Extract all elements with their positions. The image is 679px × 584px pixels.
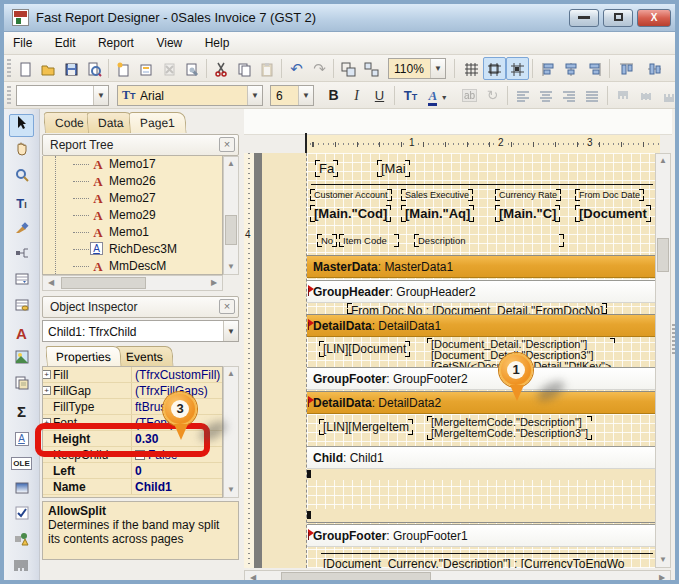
band-header-masterdata1[interactable]: MasterData: MasterData1 (307, 255, 655, 278)
justify-block-button[interactable] (581, 84, 604, 107)
memo-object[interactable]: [MergeItemCode."Description"] [MergeItem… (427, 416, 592, 440)
tree-vertical-scrollbar[interactable]: ▲ ▼ (223, 156, 239, 275)
format-painter-button[interactable] (9, 218, 34, 241)
line-object[interactable] (321, 553, 653, 554)
design-horizontal-scrollbar[interactable]: ◀ ▶ (244, 570, 671, 584)
scroll-left-icon[interactable]: ◀ (246, 571, 260, 584)
bold-button[interactable]: B (322, 84, 345, 107)
align-middle-button[interactable] (643, 57, 666, 80)
memo-object[interactable]: No (317, 234, 337, 247)
memo-object[interactable]: Fa (315, 160, 338, 177)
font-size-select[interactable]: 6 ▼ (270, 85, 314, 106)
redo-button[interactable]: ↷ (308, 57, 331, 80)
menu-file[interactable]: File (4, 32, 41, 50)
text-tool-button[interactable]: TI (9, 192, 34, 215)
memo-object[interactable]: [Main."Aq] (401, 205, 474, 222)
band-header-detaildata2[interactable]: DetailData: DetailData2 (307, 391, 655, 414)
rotate-button[interactable]: ↻ (481, 84, 504, 107)
paste-button[interactable] (256, 57, 279, 80)
rich-text-object-button[interactable]: A (9, 426, 34, 449)
align-right-button[interactable] (583, 57, 606, 80)
object-select[interactable]: Child1: TfrxChild ▼ (42, 320, 239, 342)
memo-object[interactable]: Customer Account (310, 189, 392, 201)
band-header-child1[interactable]: Child: Child1 (307, 446, 655, 469)
italic-button[interactable]: I (345, 84, 368, 107)
tree-horizontal-scrollbar[interactable]: ◀ ▶ (42, 275, 223, 291)
hand-tool-button[interactable] (9, 140, 34, 163)
scroll-down-icon[interactable]: ▼ (224, 260, 238, 274)
tab-properties[interactable]: Properties (45, 346, 121, 366)
expand-icon[interactable]: + (42, 370, 51, 379)
preview-button[interactable] (83, 57, 106, 80)
tab-page1[interactable]: Page1 (128, 112, 186, 133)
tree-item[interactable]: AMmDescM (43, 258, 222, 275)
scroll-up-icon[interactable]: ▲ (224, 367, 238, 381)
scroll-thumb[interactable] (61, 277, 146, 289)
highlight-button[interactable]: ab (458, 84, 481, 107)
text-align-middle-button[interactable] (635, 84, 658, 107)
close-icon[interactable]: × (219, 137, 235, 152)
ole-object-button[interactable]: OLE (9, 452, 34, 475)
font-name-select[interactable]: TT Arial ▼ (117, 85, 263, 106)
text-align-top-button[interactable] (612, 84, 635, 107)
scroll-thumb[interactable] (657, 238, 669, 272)
show-grid-button[interactable] (460, 57, 483, 80)
band-header-detaildata1[interactable]: DetailData: DetailData1 (307, 314, 655, 337)
save-button[interactable] (60, 57, 83, 80)
font-color-button[interactable]: A ▼ (422, 84, 454, 107)
checkbox-object-button[interactable] (9, 504, 34, 527)
band-connector-button[interactable] (9, 244, 34, 267)
new-page-button[interactable] (112, 57, 135, 80)
property-row[interactable]: +FillGap(TfrxFillGaps) (43, 383, 222, 399)
scroll-thumb[interactable] (225, 215, 237, 245)
menu-help[interactable]: Help (196, 32, 239, 50)
justify-right-button[interactable] (558, 84, 581, 107)
cut-button[interactable] (210, 57, 233, 80)
close-button[interactable]: X (637, 9, 671, 27)
font-settings-button[interactable]: TT (399, 84, 422, 107)
ungroup-button[interactable] (360, 57, 383, 80)
report-page[interactable]: Fa [Mai Customer Account Sales Executive… (306, 153, 655, 568)
select-tool-button[interactable] (9, 114, 34, 137)
tree-item[interactable]: AMemo29 (43, 207, 222, 224)
expand-icon[interactable]: + (42, 386, 51, 395)
memo-object[interactable]: Currency Rate (495, 189, 561, 201)
memo-object[interactable]: [LIN][MergeItem (319, 419, 413, 435)
toolbar-grip[interactable] (7, 59, 11, 77)
undo-button[interactable]: ↶ (285, 57, 308, 80)
sum-object-button[interactable]: Σ (9, 400, 34, 423)
minimize-button[interactable] (569, 9, 599, 27)
gradient-object-button[interactable] (9, 478, 34, 501)
align-top-button[interactable] (615, 57, 638, 80)
design-vertical-scrollbar[interactable]: ▲ ▼ (655, 153, 671, 568)
scroll-down-icon[interactable]: ▼ (656, 553, 670, 567)
shapes-object-button[interactable] (9, 530, 34, 553)
close-icon[interactable]: × (219, 299, 235, 314)
data-band-object-button[interactable] (9, 296, 34, 319)
menu-view[interactable]: View (147, 32, 191, 50)
memo-object[interactable]: From Doc No : [Document_Detail."FromDocN… (347, 303, 607, 314)
page-settings-button[interactable] (181, 57, 204, 80)
delete-page-button[interactable] (158, 57, 181, 80)
scroll-up-icon[interactable]: ▲ (224, 157, 238, 171)
text-object-button[interactable]: A (9, 322, 34, 345)
memo-object[interactable]: [Main."C] (495, 205, 560, 222)
align-left-button[interactable] (537, 57, 560, 80)
scroll-left-icon[interactable]: ◀ (44, 276, 58, 290)
new-report-button[interactable] (14, 57, 37, 80)
splitter-grip[interactable] (672, 324, 676, 354)
memo-object[interactable]: [Document (575, 205, 651, 222)
memo-object[interactable]: Item Code (339, 234, 399, 247)
memo-object[interactable]: [Main."Cod] (310, 205, 391, 222)
memo-object[interactable]: [Mai (377, 160, 410, 177)
scroll-right-icon[interactable]: ▶ (655, 571, 669, 584)
tree-item[interactable]: AMemo26 (43, 173, 222, 190)
tab-events[interactable]: Events (115, 346, 173, 366)
align-to-grid-button[interactable] (483, 57, 506, 80)
new-dialog-page-button[interactable] (135, 57, 158, 80)
justify-left-button[interactable] (512, 84, 535, 107)
property-row[interactable]: NameChild1 (43, 479, 222, 495)
menu-edit[interactable]: Edit (46, 32, 85, 50)
memo-object[interactable]: [Document_Currency."Description"] : [Cur… (323, 557, 625, 568)
subreport-object-button[interactable] (9, 374, 34, 397)
